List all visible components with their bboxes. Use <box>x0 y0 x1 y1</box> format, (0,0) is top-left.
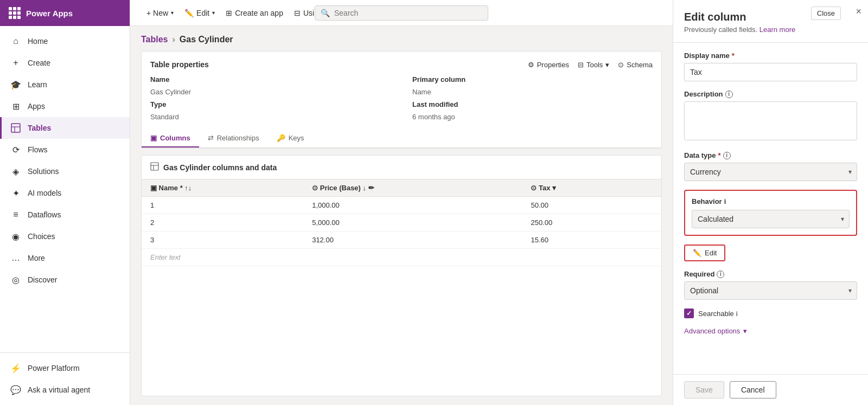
table-props-card: Table properties ⚙ Properties ⊟ Tools ▾ <box>141 51 662 149</box>
panel-subtitle: Previously called fields. Learn more <box>684 25 857 34</box>
learn-more-link[interactable]: Learn more <box>760 25 795 34</box>
prop-type-value: Standard <box>150 113 391 121</box>
search-input[interactable] <box>334 9 482 17</box>
panel-footer: Save Cancel <box>673 374 868 405</box>
using-table-icon: ⊟ <box>294 9 301 17</box>
prop-name-value: Gas Cylinder <box>150 88 391 96</box>
row3-id: 3 <box>142 232 303 249</box>
sidebar-item-dataflows[interactable]: ≡ Dataflows <box>0 204 130 226</box>
required-select[interactable]: Optional <box>684 281 857 300</box>
search-bar[interactable]: 🔍 <box>315 5 488 21</box>
sidebar-label-ai-models: AI models <box>28 189 61 197</box>
tab-columns[interactable]: ▣ Columns <box>142 130 199 147</box>
sidebar-label-dataflows: Dataflows <box>28 210 61 219</box>
table-row: 2 5,000.00 250.00 <box>142 214 661 232</box>
edit-button[interactable]: ✏️ Edit ▾ <box>179 5 220 21</box>
save-button[interactable]: Save <box>684 381 724 398</box>
sidebar-item-apps[interactable]: ⊞ Apps <box>0 95 130 117</box>
display-name-input[interactable] <box>684 63 857 81</box>
description-info-icon[interactable]: i <box>725 91 733 98</box>
sidebar-item-flows[interactable]: ⟳ Flows <box>0 139 130 160</box>
panel-close-x-button[interactable]: × <box>856 7 861 16</box>
behavior-select[interactable]: Calculated <box>692 210 850 228</box>
sidebar-label-choices: Choices <box>28 232 55 241</box>
row3-extra <box>640 232 661 249</box>
data-type-info-icon[interactable]: i <box>723 152 731 159</box>
tab-keys[interactable]: 🔑 Keys <box>268 130 313 147</box>
edit-chevron-icon: ▾ <box>212 10 215 16</box>
breadcrumb-parent[interactable]: Tables <box>141 35 168 44</box>
power-platform-icon: ⚡ <box>10 363 21 374</box>
edit-calculated-button[interactable]: ✏️ Edit <box>684 245 725 261</box>
searchable-info-icon[interactable]: i <box>736 310 738 318</box>
sidebar-item-more[interactable]: … More <box>0 247 130 269</box>
description-field-group: Description i <box>684 90 857 143</box>
description-textarea[interactable] <box>684 101 857 140</box>
sidebar-label-solutions: Solutions <box>28 167 59 176</box>
panel-close-button[interactable]: Close <box>811 7 841 20</box>
table-row: 3 312.00 15.60 <box>142 232 661 249</box>
create-app-button[interactable]: ⊞ Create an app <box>220 5 289 21</box>
sidebar-item-tables[interactable]: Tables <box>0 117 130 139</box>
enter-text-cell[interactable]: Enter text <box>142 249 303 266</box>
sidebar-item-ai-models[interactable]: ✦ AI models <box>0 182 130 204</box>
sidebar-item-create[interactable]: + Create <box>0 52 130 74</box>
schema-label: Schema <box>627 61 653 69</box>
col-header-extra[interactable] <box>640 179 661 197</box>
svg-rect-0 <box>11 124 20 132</box>
toolbar-container: + New ▾ ✏️ Edit ▾ ⊞ Create an app ⊟ Usin… <box>141 0 662 26</box>
sidebar-label-discover: Discover <box>28 275 57 284</box>
prop-primary-label: Primary column <box>412 75 653 83</box>
cancel-button[interactable]: Cancel <box>730 381 776 398</box>
keys-tab-label: Keys <box>289 134 304 142</box>
table-props-actions: ⚙ Properties ⊟ Tools ▾ ⊙ Schema <box>528 61 653 69</box>
required-field-group: Required i Optional ▾ <box>684 270 857 300</box>
new-button[interactable]: + New ▾ <box>141 5 179 21</box>
sidebar-label-learn: Learn <box>28 80 47 89</box>
col-header-name[interactable]: ▣ Name * ↑↓ <box>142 179 303 197</box>
row2-tax: 250.00 <box>522 214 640 232</box>
data-type-select-wrapper: Currency ▾ <box>684 163 857 181</box>
schema-header: ⊙ Schema <box>618 61 653 69</box>
behavior-select-wrapper: Calculated ▾ <box>692 210 850 228</box>
row2-id: 2 <box>142 214 303 232</box>
searchable-checkbox[interactable] <box>684 308 694 318</box>
required-field-label: Required i <box>684 270 857 278</box>
discover-icon: ◎ <box>10 274 21 285</box>
sidebar-item-discover[interactable]: ◎ Discover <box>0 269 130 291</box>
col-header-tax[interactable]: ⊙ Tax ▾ <box>522 179 640 197</box>
edit-btn-label: Edit <box>705 249 717 257</box>
breadcrumb: Tables › Gas Cylinder <box>141 35 662 44</box>
required-select-wrapper: Optional ▾ <box>684 281 857 300</box>
required-info-icon[interactable]: i <box>717 271 724 278</box>
schema-icon: ⊙ <box>618 61 624 69</box>
sidebar-item-ask-agent[interactable]: 💬 Ask a virtual agent <box>0 379 130 401</box>
sidebar-item-home[interactable]: ⌂ Home <box>0 30 130 52</box>
sidebar-item-power-platform[interactable]: ⚡ Power Platform <box>0 357 130 379</box>
searchable-row: Searchable i <box>684 308 857 318</box>
edit-button-label: Edit <box>196 9 209 17</box>
sidebar-label-flows: Flows <box>28 145 48 154</box>
sidebar-item-learn[interactable]: 🎓 Learn <box>0 74 130 95</box>
enter-text-row: Enter text <box>142 249 661 266</box>
sidebar-item-choices[interactable]: ◉ Choices <box>0 226 130 247</box>
behavior-section: Behavior i Calculated ▾ <box>684 190 857 236</box>
advanced-options[interactable]: Advanced options ▾ <box>684 327 857 335</box>
col-header-price[interactable]: ⊙ Price (Base) ↓ ✏ <box>303 179 522 197</box>
data-table: ▣ Name * ↑↓ ⊙ Price (Base) ↓ ✏ ⊙ Tax ▾ 1 <box>142 179 661 266</box>
tab-relationships[interactable]: ⇄ Relationships <box>199 130 268 147</box>
properties-action[interactable]: ⚙ Properties <box>528 61 569 69</box>
create-app-label: Create an app <box>235 9 283 17</box>
sidebar-item-solutions[interactable]: ◈ Solutions <box>0 160 130 182</box>
data-type-select[interactable]: Currency <box>684 163 857 181</box>
behavior-info-icon[interactable]: i <box>724 197 726 205</box>
sidebar-label-apps: Apps <box>28 102 45 111</box>
dataflows-icon: ≡ <box>10 209 21 220</box>
tools-action[interactable]: ⊟ Tools ▾ <box>578 61 609 69</box>
properties-label: Properties <box>537 61 569 69</box>
columns-tab-icon: ▣ <box>150 134 157 142</box>
waffle-icon[interactable] <box>9 7 21 19</box>
tables-icon <box>10 123 21 133</box>
table-props: Table properties ⚙ Properties ⊟ Tools ▾ <box>142 52 661 130</box>
data-section-header: Gas Cylinder columns and data <box>142 156 661 179</box>
